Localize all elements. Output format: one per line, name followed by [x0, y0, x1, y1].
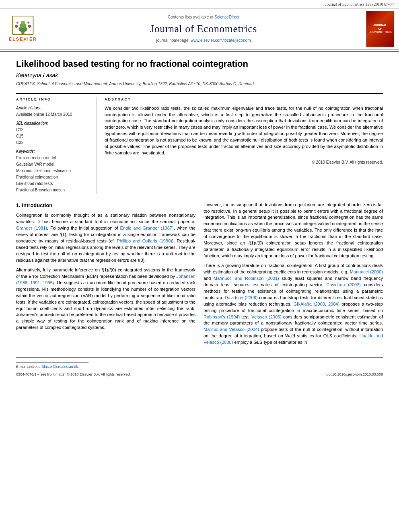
right-para-1: However, the assumption that deviations …: [204, 202, 383, 259]
keyword-5: Likelihood ratio tests: [16, 181, 91, 187]
velasco-2003-link[interactable]: Velasco (2003): [251, 314, 282, 319]
sciencedirect-link[interactable]: ScienceDirect: [214, 15, 239, 19]
footnote-divider: [16, 362, 88, 363]
doi-line: doi:10.1016/j.jeconom.2010.03.008: [326, 372, 383, 377]
keyword-3: Maximum likelihood estimation: [16, 168, 91, 174]
author-email-link[interactable]: klasak@creates.au.dk: [42, 365, 78, 369]
copyright-footer: 0304-4076/$ – see front matter © 2010 El…: [16, 372, 131, 377]
introduction-heading: 1. Introduction: [16, 202, 195, 210]
robinson-1994-link[interactable]: Robinson's (1994): [204, 314, 240, 319]
keywords-label: Keywords:: [16, 149, 91, 154]
phillips-ouliaris-link[interactable]: Phillips and Ouliaris (1990): [117, 238, 172, 243]
svg-point-3: [21, 21, 25, 25]
article-title: Likelihood based testing for no fraction…: [16, 59, 383, 69]
intro-para-1: Cointegration is commonly thought of as …: [16, 212, 195, 264]
footer-bottom: 0304-4076/$ – see front matter © 2010 El…: [16, 372, 383, 377]
cover-title-text: JOURNALOFECONOMETRICS: [368, 24, 391, 34]
svg-point-6: [28, 25, 31, 28]
elsevier-logo: ELSEVIER: [5, 15, 41, 42]
article-container: Likelihood based testing for no fraction…: [0, 52, 399, 385]
marinucci-robinson-2001-link[interactable]: Marinucci and Robinson (2001): [214, 276, 279, 281]
journal-meta-top: Journal of Econometrics 158 (2010) 67–77: [0, 0, 399, 8]
journal-homepage-line: journal homepage: www.elsevier.com/locat…: [41, 38, 366, 43]
granger-1981-link[interactable]: Granger (1981): [16, 226, 47, 230]
article-info-heading: ARTICLE INFO: [16, 97, 91, 102]
elsevier-wordmark: ELSEVIER: [9, 36, 37, 42]
article-affiliation: CREATES, School of Economics and Managem…: [16, 81, 383, 87]
journal-homepage-link[interactable]: www.elsevier.com/locate/jeconom: [191, 38, 251, 43]
marmol-velasco-2004-link[interactable]: Marmol and Velasco (2004): [204, 327, 259, 332]
contents-available-line: Contents lists available at ScienceDirec…: [41, 14, 366, 20]
davidson-2002-link[interactable]: Davidson (2002): [326, 282, 361, 287]
email-note: E-mail address: klasak@creates.au.dk.: [16, 364, 383, 370]
journal-citation: Journal of Econometrics 158 (2010) 67–77: [325, 2, 394, 6]
journal-banner: ELSEVIER Contents lists available at Sci…: [0, 8, 399, 50]
jel-label: JEL classification:: [16, 121, 91, 126]
available-online: Available online 12 March 2010: [16, 112, 91, 117]
journal-main-title: Journal of Econometrics: [41, 22, 366, 36]
elsevier-tree-icon: [11, 15, 35, 35]
keyword-6: Fractional Brownian motion: [16, 187, 91, 193]
journal-header: Journal of Econometrics 158 (2010) 67–77…: [0, 0, 399, 52]
keyword-2: Gaussian VAR model: [16, 162, 91, 167]
journal-cover-image: JOURNALOFECONOMETRICS: [366, 11, 394, 47]
jel-c32: C32: [16, 140, 91, 146]
jel-c15: C15: [16, 134, 91, 139]
copyright-line: © 2010 Elsevier B.V. All rights reserved…: [105, 160, 383, 165]
marinucci-2000-link[interactable]: Marinucci (2000): [350, 269, 383, 274]
abstract-text: We consider two likelihood ratio tests, …: [105, 105, 383, 157]
journal-title-center: Contents lists available at ScienceDirec…: [41, 14, 366, 43]
engle-granger-1987-link[interactable]: Engle and Granger (1987): [120, 226, 173, 230]
article-meta-row: ARTICLE INFO Article history: Available …: [16, 93, 383, 194]
page-footer: E-mail address: klasak@creates.au.dk. 03…: [16, 357, 383, 377]
keyword-4: Fractional cointegration: [16, 175, 91, 180]
davidson-2006-link[interactable]: Davidson (2006): [225, 295, 258, 300]
history-label: Article history:: [16, 105, 91, 111]
keyword-1: Error correction model: [16, 155, 91, 161]
body-columns: 1. Introduction Cointegration is commonl…: [16, 202, 383, 349]
hualde-velasco-2008-link[interactable]: Hualde and Velasco (2008): [204, 333, 383, 345]
johansen-link[interactable]: Johansen (1988, 1991, 1995): [16, 274, 195, 285]
intro-para-2: Alternatively, fully parametric inferenc…: [16, 267, 195, 331]
body-right-column: However, the assumption that deviations …: [204, 202, 383, 349]
abstract-heading: ABSTRACT: [105, 97, 383, 102]
right-para-2: There is a growing literature on fractio…: [204, 263, 383, 346]
article-author: Katarzyna Łasak: [16, 72, 383, 80]
svg-point-8: [27, 22, 29, 24]
abstract-column: ABSTRACT We consider two likelihood rati…: [105, 97, 383, 194]
svg-point-7: [16, 22, 19, 24]
svg-point-5: [15, 25, 18, 28]
jel-c12: C12: [16, 127, 91, 133]
body-left-column: 1. Introduction Cointegration is commonl…: [16, 202, 195, 349]
article-info-column: ARTICLE INFO Article history: Available …: [16, 97, 97, 194]
gil-alana-link[interactable]: Gil-Alaña (2003, 2004): [294, 302, 340, 306]
